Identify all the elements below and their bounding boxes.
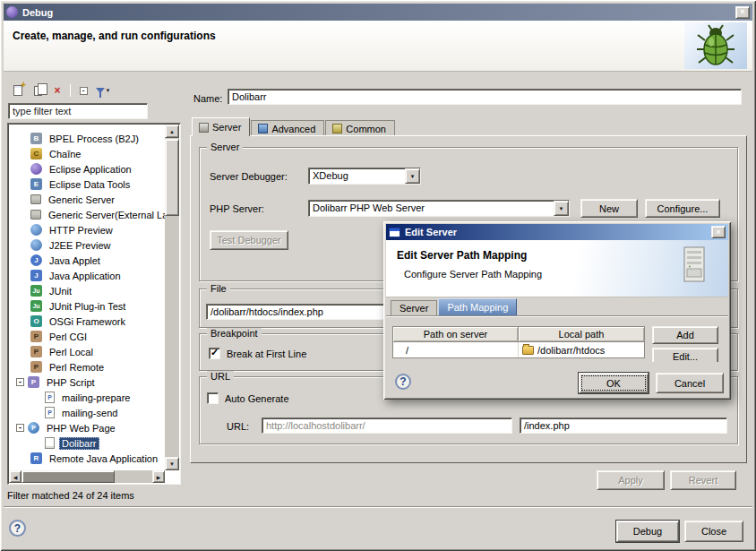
tree-item-junit[interactable]: JUnit — [9, 283, 165, 298]
edit-mapping-button[interactable]: Edit... — [652, 348, 718, 362]
scroll-down-icon[interactable]: ▼ — [165, 457, 179, 470]
cell-local-path: /dolibarr/htdocs — [519, 342, 644, 357]
tree-item-mailing-prepare[interactable]: mailing-prepare — [9, 390, 165, 405]
tree-item-chaine[interactable]: Chaîne — [9, 146, 165, 161]
eclipse-data-tools-icon — [30, 178, 42, 190]
common-tab-icon — [332, 124, 342, 133]
tree-item-label: Perl Remote — [47, 361, 107, 374]
apply-button[interactable]: Apply — [597, 470, 665, 490]
window-titlebar[interactable]: Debug × — [4, 4, 752, 21]
tree-item-java-applet[interactable]: Java Applet — [9, 253, 165, 268]
perl-icon — [30, 331, 42, 342]
help-button[interactable]: ? — [9, 520, 26, 537]
tree-item-dolibarr[interactable]: Dolibarr — [9, 435, 165, 451]
edit-server-title: Edit Server — [405, 227, 711, 237]
tree-item-label: mailing-prepare — [59, 392, 133, 404]
ok-button[interactable]: OK — [579, 373, 649, 393]
collapse-toggle-icon[interactable] — [16, 378, 24, 386]
dialog-window-icon — [389, 228, 400, 237]
new-configuration-button[interactable] — [9, 82, 27, 99]
bug-graphic — [695, 24, 736, 67]
tree-item-generic-server-external[interactable]: Generic Server(External La — [9, 207, 165, 222]
dialog-tab-path-mapping[interactable]: Path Mapping — [438, 298, 517, 315]
scroll-right-icon[interactable]: ▶ — [152, 470, 165, 483]
scroll-left-icon[interactable]: ◀ — [9, 470, 21, 483]
close-icon[interactable]: × — [735, 6, 750, 19]
tree-item-generic-server[interactable]: Generic Server — [9, 192, 165, 207]
junit-icon — [30, 285, 42, 297]
tree-item-label: JUnit — [47, 285, 74, 297]
tree-item-perl-local[interactable]: Perl Local — [9, 344, 165, 359]
remote-java-icon — [30, 452, 42, 464]
tab-server[interactable]: Server — [192, 117, 250, 136]
tab-label: Server — [212, 122, 241, 133]
table-row[interactable]: / /dolibarr/htdocs — [393, 342, 644, 357]
name-input[interactable]: Dolibarr — [228, 89, 742, 105]
tree-item-label: BPEL Process (B2J) — [47, 133, 142, 145]
close-button[interactable]: Close — [684, 521, 743, 542]
local-path-value: /dolibarr/htdocs — [537, 345, 605, 356]
vertical-scroll-thumb[interactable] — [165, 139, 179, 216]
j2ee-preview-icon — [30, 239, 42, 251]
edit-server-titlebar[interactable]: Edit Server × — [386, 224, 728, 240]
tree-item-label: HTTP Preview — [47, 224, 116, 237]
collapse-all-button[interactable] — [74, 82, 92, 99]
tree-item-osgi-framework[interactable]: OSGi Framework — [9, 314, 165, 329]
edit-server-tabs: Server Path Mapping — [391, 298, 518, 315]
filter-button[interactable]: ▼ — [94, 82, 112, 99]
dialog-help-button[interactable]: ? — [395, 374, 411, 390]
column-path-on-server[interactable]: Path on server — [393, 327, 519, 342]
tree-item-label: OSGi Framework — [47, 315, 128, 328]
filter-status: Filter matched 24 of 24 items — [7, 490, 134, 501]
tree-item-http-preview[interactable]: HTTP Preview — [9, 222, 165, 237]
tree-item-perl-cgi[interactable]: Perl CGI — [9, 329, 165, 344]
horizontal-scroll-thumb[interactable] — [21, 470, 115, 483]
tree-item-label: Remote Java Application — [47, 452, 160, 465]
dialog-tab-server[interactable]: Server — [391, 300, 437, 315]
window-title: Debug — [22, 7, 735, 18]
filter-input[interactable]: type filter text — [8, 103, 148, 119]
tree-vertical-scrollbar[interactable]: ▲ ▼ — [165, 125, 179, 470]
cancel-button[interactable]: Cancel — [656, 373, 724, 393]
http-preview-icon — [30, 224, 42, 236]
tree-item-remote-java-application[interactable]: Remote Java Application — [9, 451, 165, 466]
tree-item-bpel-process[interactable]: BPEL Process (B2J) — [9, 131, 165, 146]
generic-server-icon — [30, 210, 41, 220]
close-icon[interactable]: × — [711, 226, 726, 238]
tree-item-label: Eclipse Application — [47, 163, 134, 176]
java-applet-icon — [30, 254, 42, 266]
tree-item-mailing-send[interactable]: mailing-send — [9, 405, 165, 420]
tree-item-perl-remote[interactable]: Perl Remote — [9, 359, 165, 375]
chevron-down-icon: ▼ — [106, 88, 111, 93]
tree-item-j2ee-preview[interactable]: J2EE Preview — [9, 237, 165, 253]
php-script-icon — [28, 376, 39, 388]
debug-button[interactable]: Debug — [616, 521, 679, 542]
revert-button[interactable]: Revert — [670, 470, 736, 490]
delete-button[interactable]: × — [48, 82, 66, 99]
collapse-toggle-icon[interactable] — [16, 424, 24, 432]
osgi-framework-icon — [30, 315, 42, 327]
collapse-all-icon — [80, 87, 88, 95]
tree-horizontal-scrollbar[interactable]: ◀ ▶ — [9, 470, 165, 483]
edit-server-banner: Edit Server Path Mapping Configure Serve… — [386, 240, 728, 297]
tree-item-php-web-page[interactable]: PHP Web Page — [9, 420, 165, 435]
tree-item-java-application[interactable]: Java Application — [9, 268, 165, 283]
eclipse-window-icon — [6, 6, 18, 18]
tree-item-eclipse-data-tools[interactable]: Eclipse Data Tools — [9, 176, 165, 192]
scroll-up-icon[interactable]: ▲ — [165, 125, 179, 138]
delete-icon: × — [54, 85, 60, 96]
tree-item-php-script[interactable]: PHP Script — [9, 375, 165, 390]
document-icon — [45, 437, 55, 449]
column-local-path[interactable]: Local path — [519, 327, 644, 342]
tree-rows: BPEL Process (B2J) Chaîne Eclipse Applic… — [9, 131, 165, 466]
tree-item-eclipse-application[interactable]: Eclipse Application — [9, 161, 165, 176]
add-mapping-button[interactable]: Add — [652, 326, 718, 344]
tree-item-label: Dolibarr — [59, 437, 99, 450]
dialog-subheading: Configure Server Path Mapping — [404, 269, 542, 280]
tree-item-junit-plugin-test[interactable]: JUnit Plug-in Test — [9, 298, 165, 314]
server-tab-icon — [199, 123, 209, 133]
tree-item-label: PHP Web Page — [44, 422, 118, 435]
tab-advanced[interactable]: Advanced — [251, 120, 324, 136]
duplicate-button[interactable] — [29, 82, 47, 99]
tab-common[interactable]: Common — [325, 120, 395, 136]
